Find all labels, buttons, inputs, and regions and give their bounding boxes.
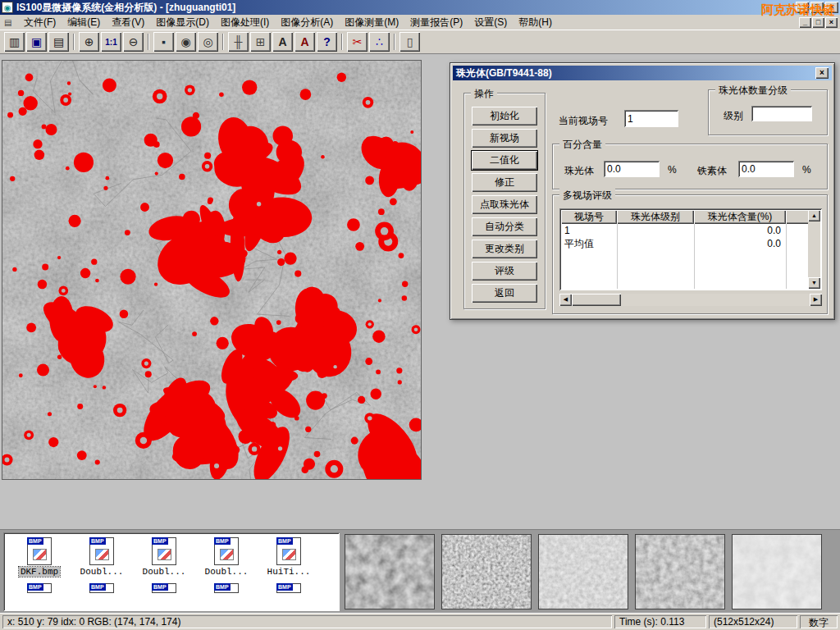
scroll-right-icon[interactable]: ▶ xyxy=(810,294,822,306)
titlebar-close-button[interactable]: × xyxy=(825,2,838,13)
bmp-badge: BMP xyxy=(89,583,106,591)
file-item-row2-2[interactable]: BMP xyxy=(133,583,195,593)
thumbnail-strip xyxy=(345,533,838,610)
op-button-new-field[interactable]: 新视场 xyxy=(472,129,537,148)
toolbar-calibrate-points-icon[interactable]: ∴ xyxy=(369,32,390,52)
table-horizontal-scrollbar[interactable]: ◀ ▶ xyxy=(559,294,822,306)
file-item-huiti[interactable]: BMPHuiTi... xyxy=(258,537,320,577)
thumbnail-5[interactable] xyxy=(732,534,822,609)
menu-item-image-measure[interactable]: 图像测量(M) xyxy=(339,14,404,31)
ferrite-label: 铁素体 xyxy=(697,164,727,178)
toolbar-save-icon[interactable]: ▣ xyxy=(26,32,47,52)
op-button-correct[interactable]: 修正 xyxy=(472,173,537,192)
table-header-3[interactable]: 铁素 xyxy=(786,210,808,224)
pearlite-dialog-titlebar[interactable]: 珠光体(GB/T9441-88) × xyxy=(453,66,832,80)
scroll-left-icon[interactable]: ◀ xyxy=(559,294,572,306)
file-item-doubl2[interactable]: BMPDoubl... xyxy=(133,537,195,577)
child-maximize-button[interactable]: □ xyxy=(812,17,824,28)
toolbar-cut-icon[interactable]: ✂ xyxy=(347,32,368,52)
toolbar-camera-icon[interactable]: ◉ xyxy=(176,32,196,52)
file-item-doubl3[interactable]: BMPDoubl... xyxy=(195,537,258,577)
bmp-badge: BMP xyxy=(89,537,106,545)
toolbar-annotate-text-icon[interactable]: A xyxy=(272,32,293,52)
table-vertical-scrollbar[interactable]: ▲ ▼ xyxy=(808,210,820,289)
level-label: 级别 xyxy=(724,109,743,123)
toolbar-target-icon[interactable]: ◎ xyxy=(198,32,218,52)
menu-item-image-processing[interactable]: 图像处理(I) xyxy=(215,14,275,31)
op-button-binarize[interactable]: 二值化 xyxy=(472,151,537,170)
op-button-initialize[interactable]: 初始化 xyxy=(472,107,537,126)
titlebar-maximize-button[interactable]: □ xyxy=(810,2,824,13)
file-item-row2-1[interactable]: BMP xyxy=(71,583,133,593)
toolbar-freeze-frame-icon[interactable]: ▪ xyxy=(153,32,174,52)
menu-item-image-analysis[interactable]: 图像分析(A) xyxy=(275,14,339,31)
toolbar-zoom-out-icon[interactable]: ⊖ xyxy=(123,32,144,52)
file-item-row2-0[interactable]: BMP xyxy=(8,583,71,593)
menu-item-image-display[interactable]: 图像显示(D) xyxy=(150,14,215,31)
table-row[interactable]: 10.0 xyxy=(561,224,808,237)
op-button-auto-classify[interactable]: 自动分类 xyxy=(472,217,537,236)
child-close-button[interactable]: × xyxy=(825,17,838,28)
level-input[interactable] xyxy=(751,106,812,121)
bmp-badge: BMP xyxy=(276,537,293,545)
toolbar-ruler-icon[interactable]: ▯ xyxy=(399,32,420,52)
child-window-icon: ▤ xyxy=(4,17,16,28)
table-header-0[interactable]: 视场号 xyxy=(561,210,617,224)
child-minimize-button[interactable]: _ xyxy=(799,17,811,28)
bmp-art-icon xyxy=(158,549,171,560)
scroll-down-icon[interactable]: ▼ xyxy=(808,277,820,289)
thumbnail-2[interactable] xyxy=(441,534,532,609)
menu-item-edit[interactable]: 编辑(E) xyxy=(62,14,106,31)
current-field-input[interactable] xyxy=(624,110,678,127)
table-header-2[interactable]: 珠光体含量(%) xyxy=(694,210,786,224)
ferrite-percent-input[interactable] xyxy=(738,161,794,177)
file-browser[interactable]: BMPDKF.bmpBMPDoubl...BMPDoubl...BMPDoubl… xyxy=(3,532,340,611)
file-item-dkf[interactable]: BMPDKF.bmp xyxy=(8,537,71,577)
menu-item-help[interactable]: 帮助(H) xyxy=(513,14,558,31)
table-header-row: 视场号珠光体级别珠光体含量(%)铁素 xyxy=(561,210,808,224)
menu-item-measure-report[interactable]: 测量报告(P) xyxy=(404,14,468,31)
file-item-doubl1[interactable]: BMPDoubl... xyxy=(71,537,133,577)
window-controls: _□× xyxy=(796,2,838,13)
multi-field-table[interactable]: 视场号珠光体级别珠光体含量(%)铁素 10.0平均值0.0 ▲ ▼ xyxy=(559,208,822,290)
percent-group: 百分含量 珠光体 % 铁素体 % xyxy=(552,144,828,189)
child-window-controls: _□× xyxy=(799,17,840,28)
file-item-row2-3[interactable]: BMP xyxy=(195,583,258,593)
table-header-1[interactable]: 珠光体级别 xyxy=(617,210,694,224)
micrograph-image[interactable] xyxy=(2,60,422,480)
status-mode: 数字 xyxy=(800,615,838,628)
thumbnail-3[interactable] xyxy=(538,534,628,609)
toolbar-measure-distance-icon[interactable]: ╫ xyxy=(228,32,249,52)
toolbar-open-icon[interactable]: ▥ xyxy=(4,32,25,52)
table-row[interactable]: 平均值0.0 xyxy=(561,237,808,250)
dialog-close-button[interactable]: × xyxy=(815,67,829,79)
thumbnail-1[interactable] xyxy=(345,534,435,609)
bmp-file-icon: BMP xyxy=(89,537,114,565)
file-name: HuiTi... xyxy=(266,567,313,577)
scrollbar-thumb[interactable] xyxy=(572,294,621,306)
toolbar-help-icon[interactable]: ? xyxy=(317,32,337,52)
menu-item-view[interactable]: 查看(V) xyxy=(106,14,150,31)
bmp-file-icon: BMP xyxy=(214,537,239,565)
op-button-change-class[interactable]: 更改类别 xyxy=(472,240,537,258)
scroll-up-icon[interactable]: ▲ xyxy=(808,210,820,221)
file-name: Doubl... xyxy=(141,567,188,577)
op-button-return[interactable]: 返回 xyxy=(472,284,537,303)
titlebar-minimize-button[interactable]: _ xyxy=(796,2,809,13)
op-button-pick-pearlite[interactable]: 点取珠光体 xyxy=(472,195,537,214)
toolbar-actual-size-icon[interactable]: 1:1 xyxy=(101,32,121,52)
pearlite-percent-input[interactable] xyxy=(604,161,660,177)
pearlite-percent-sign: % xyxy=(668,164,677,176)
op-button-grade[interactable]: 评级 xyxy=(472,262,537,281)
table-cell: 1 xyxy=(561,224,617,237)
menu-item-settings[interactable]: 设置(S) xyxy=(468,14,513,31)
toolbar-measure-grid-icon[interactable]: ⊞ xyxy=(250,32,271,52)
toolbar-font-style-icon[interactable]: A xyxy=(294,32,315,52)
toolbar: ▥▣▤⊕1:1⊖▪◉◎╫⊞AA?✂∴▯ xyxy=(0,30,840,54)
toolbar-print-icon[interactable]: ▤ xyxy=(48,32,69,52)
file-item-row2-4[interactable]: BMP xyxy=(258,583,320,593)
scrollbar-track[interactable] xyxy=(621,294,810,306)
menu-item-file[interactable]: 文件(F) xyxy=(18,14,62,31)
thumbnail-4[interactable] xyxy=(635,534,725,609)
toolbar-zoom-in-icon[interactable]: ⊕ xyxy=(79,32,99,52)
